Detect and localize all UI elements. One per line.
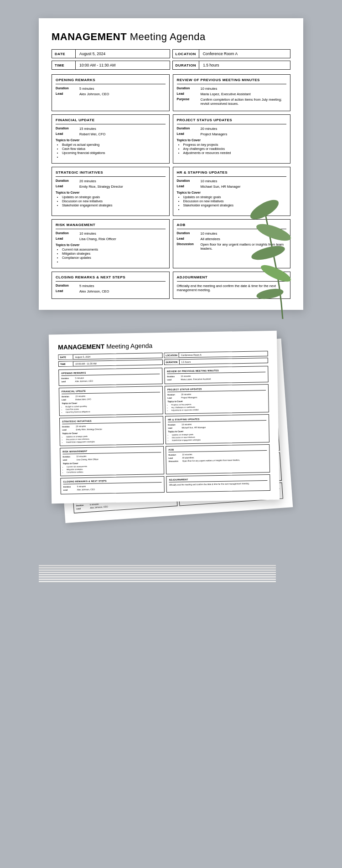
date-item: DATE August 5, 2024 <box>52 49 170 58</box>
project-topics-label: Topics to Cover <box>177 139 287 142</box>
document-front: MANAGEMENT Meeting Agenda DATEAugust 5, … <box>49 331 280 504</box>
hr-duration-value: 10 minutes <box>201 179 287 183</box>
list-item: Stakeholder engagement strategies <box>183 204 287 207</box>
section-title-closing: CLOSING REMARKS & NEXT STEPS <box>56 275 166 282</box>
project-duration-row: Duration 20 minutes <box>177 127 287 131</box>
list-item <box>62 260 166 263</box>
meta-grid: DATE August 5, 2024 LOCATION Conference … <box>52 49 290 70</box>
list-item: Current risk assessments <box>62 248 166 251</box>
strategic-lead-value: Emily Rice, Strategy Director <box>79 185 166 189</box>
sections-grid: OPENING REMARKS Duration 5 minutes Lead … <box>52 74 290 299</box>
list-item: Adjustments or resources needed <box>183 151 287 154</box>
section-title-aob: AOB <box>177 223 287 229</box>
project-lead-row: Lead Project Managers <box>177 132 287 136</box>
list-item: Upcoming financial obligations <box>62 151 166 154</box>
review-duration-value: 10 minutes <box>201 87 287 91</box>
hr-duration-row: Duration 10 minutes <box>177 179 287 183</box>
risk-duration-value: 10 minutes <box>79 231 166 236</box>
review-duration-label: Duration <box>177 87 201 91</box>
opening-lead-label: Lead <box>56 92 79 96</box>
section-strategic: STRATEGIC INITIATIVES Duration 20 minute… <box>52 167 170 216</box>
risk-lead-row: Lead Lisa Chang, Risk Officer <box>56 237 166 241</box>
project-duration-label: Duration <box>177 127 201 131</box>
closing-lead-row: Lead Alex Johnson, CEO <box>56 289 166 293</box>
doc-title: MANAGEMENT Meeting Agenda <box>52 31 290 43</box>
financial-topics-list: Budget vs actual spending Cash flow stat… <box>56 143 166 159</box>
time-item: TIME 10:00 AM - 11:30 AM <box>52 61 170 70</box>
review-purpose-row: Purpose Confirm completion of action ite… <box>177 98 287 106</box>
list-item: Progress on key projects <box>183 143 287 146</box>
risk-duration-label: Duration <box>56 231 79 236</box>
time-label: TIME <box>52 61 76 69</box>
aob-discussion-value: Open floor for any urgent matters or ins… <box>201 242 287 251</box>
section-title-review: REVIEW OF PREVIOUS MEETING MINUTES <box>177 78 287 84</box>
financial-lead-row: Lead Robert Wei, CFO <box>56 132 166 136</box>
strategic-duration-row: Duration 20 minutes <box>56 179 166 183</box>
financial-duration-row: Duration 15 minutes <box>56 127 166 131</box>
hr-duration-label: Duration <box>177 179 201 183</box>
opening-lead-row: Lead Alex Johnson, CEO <box>56 92 166 96</box>
list-item: Mitigation strategies <box>62 252 166 255</box>
financial-lead-label: Lead <box>56 132 79 136</box>
adjournment-note-row: Officially end the meeting and confirm t… <box>177 284 287 292</box>
time-value: 10:00 AM - 11:30 AM <box>76 61 170 69</box>
date-value: August 5, 2024 <box>76 50 170 58</box>
hr-topics-list: Updates on strategic goals Discussion on… <box>177 195 287 211</box>
list-item: Stakeholder engagement strategies <box>62 204 166 207</box>
list-item: Any challenges or roadblocks <box>183 147 287 150</box>
list-item: Compliance updates <box>62 256 166 259</box>
strategic-topics-label: Topics to Cover <box>56 191 166 194</box>
review-lead-value: Maria Lopez, Executive Assistant <box>201 92 287 96</box>
opening-duration-row: Duration 5 minutes <box>56 87 166 91</box>
duration-value: 1.5 hours <box>199 61 290 69</box>
duration-label: DURATION <box>173 61 200 69</box>
section-title-risk: RISK MANAGEMENT <box>56 223 166 229</box>
list-item: Cash flow status <box>62 147 166 150</box>
section-title-adjournment: ADJOURNMENT <box>177 275 287 282</box>
list-item: Discussion on new initiatives <box>183 200 287 203</box>
aob-duration-value: 10 minutes <box>201 231 287 236</box>
location-item: LOCATION Conference Room A <box>172 49 291 58</box>
section-title-project: PROJECT STATUS UPDATES <box>177 118 287 124</box>
section-hr: HR & STAFFING UPDATES Duration 10 minute… <box>173 167 291 216</box>
small-doc-title-front: MANAGEMENT Meeting Agenda <box>58 340 268 351</box>
list-item: Discussion on new initiatives <box>62 200 166 203</box>
strategic-lead-row: Lead Emily Rice, Strategy Director <box>56 185 166 189</box>
review-lead-row: Lead Maria Lopez, Executive Assistant <box>177 92 287 96</box>
review-purpose-label: Purpose <box>177 98 201 106</box>
title-regular: Meeting Agenda <box>127 31 206 42</box>
opening-duration-value: 5 minutes <box>79 87 166 91</box>
strategic-topics-list: Updates on strategic goals Discussion on… <box>56 195 166 207</box>
list-item: Budget vs actual spending <box>62 143 166 146</box>
list-item <box>183 208 287 211</box>
section-title-strategic: STRATEGIC INITIATIVES <box>56 170 166 177</box>
financial-lead-value: Robert Wei, CFO <box>79 132 166 136</box>
section-financial: FINANCIAL UPDATE Duration 15 minutes Lea… <box>52 114 170 164</box>
section-risk: RISK MANAGEMENT Duration 10 minutes Lead… <box>52 219 170 268</box>
strategic-lead-label: Lead <box>56 185 79 189</box>
adjournment-note-value: Officially end the meeting and confirm t… <box>177 284 287 292</box>
review-lead-label: Lead <box>177 92 201 96</box>
section-project-status: PROJECT STATUS UPDATES Duration 20 minut… <box>173 114 291 164</box>
closing-duration-row: Duration 5 minutes <box>56 284 166 288</box>
strategic-duration-label: Duration <box>56 179 79 183</box>
aob-discussion-row: Discussion Open floor for any urgent mat… <box>177 242 287 251</box>
financial-duration-label: Duration <box>56 127 79 131</box>
opening-duration-label: Duration <box>56 87 79 91</box>
location-label: LOCATION <box>173 50 199 58</box>
strategic-duration-value: 20 minutes <box>79 179 166 183</box>
review-purpose-value: Confirm completion of action items from … <box>201 98 287 106</box>
risk-topics-label: Topics to Cover <box>56 243 166 247</box>
hr-lead-row: Lead Michael Sun, HR Manager <box>177 185 287 189</box>
financial-duration-value: 15 minutes <box>79 127 166 131</box>
project-duration-value: 20 minutes <box>201 127 287 131</box>
closing-lead-label: Lead <box>56 289 79 293</box>
review-duration-row: Duration 10 minutes <box>177 87 287 91</box>
paper-stack <box>39 565 276 583</box>
aob-lead-value: All attendees <box>201 237 287 241</box>
project-topics-list: Progress on key projects Any challenges … <box>177 143 287 154</box>
aob-duration-row: Duration 10 minutes <box>177 231 287 236</box>
list-item: Updates on strategic goals <box>183 195 287 199</box>
opening-lead-value: Alex Johnson, CEO <box>79 92 166 96</box>
closing-lead-value: Alex Johnson, CEO <box>79 289 166 293</box>
